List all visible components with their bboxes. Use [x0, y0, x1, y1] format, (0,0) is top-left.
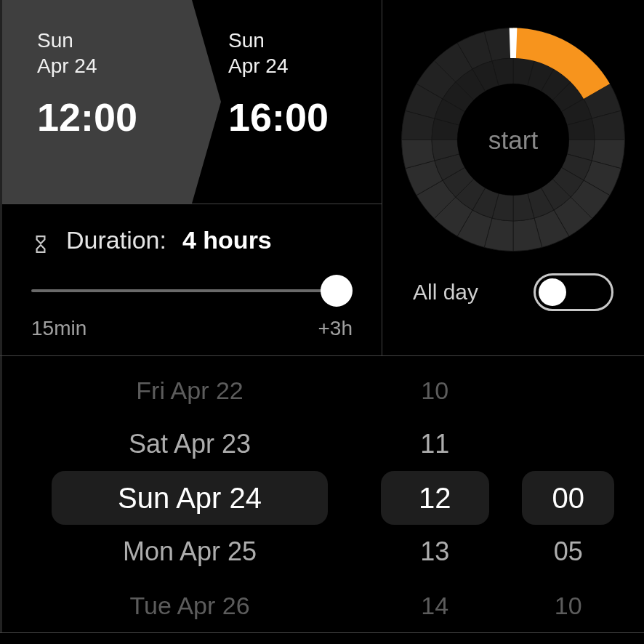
slider-max-label: +3h — [318, 317, 353, 340]
allday-label: All day — [413, 280, 478, 305]
slider-track — [31, 289, 353, 292]
picker-col-date[interactable]: Fri Apr 22Sat Apr 23Sun Apr 24Mon Apr 25… — [17, 363, 363, 632]
slider-thumb[interactable] — [321, 275, 353, 307]
toggle-knob — [539, 278, 566, 306]
picker-item[interactable]: 13 — [363, 525, 507, 579]
picker-item[interactable]: Fri Apr 22 — [17, 363, 363, 417]
picker-item[interactable]: 10 — [507, 579, 629, 632]
picker-item[interactable]: 12 — [381, 471, 489, 525]
picker-item[interactable] — [507, 363, 629, 417]
duration-slider[interactable] — [31, 278, 353, 304]
start-time: 12:00 — [37, 94, 192, 140]
start-time-block[interactable]: SunApr 24 12:00 — [2, 0, 192, 204]
clock-dial[interactable]: start — [397, 23, 629, 256]
datetime-picker[interactable]: Fri Apr 22Sat Apr 23Sun Apr 24Mon Apr 25… — [0, 356, 644, 632]
picker-col-minute[interactable]: 000510 — [507, 363, 629, 632]
end-time: 16:00 — [228, 94, 382, 140]
picker-item[interactable]: 05 — [507, 525, 629, 579]
picker-item[interactable]: Sun Apr 24 — [52, 471, 329, 525]
picker-item[interactable]: Sat Apr 23 — [17, 417, 363, 471]
end-day: SunApr 24 — [228, 28, 382, 79]
picker-item[interactable]: Mon Apr 25 — [17, 525, 363, 579]
duration-label: Duration: — [66, 226, 166, 254]
clock-center-label: start — [488, 126, 539, 154]
slider-min-label: 15min — [31, 317, 86, 340]
picker-item[interactable]: 14 — [363, 579, 507, 632]
picker-item[interactable] — [507, 417, 629, 471]
hourglass-icon — [31, 231, 50, 250]
picker-item[interactable]: 11 — [363, 417, 507, 471]
duration-value: 4 hours — [182, 226, 272, 254]
start-day: SunApr 24 — [37, 28, 192, 79]
picker-col-hour[interactable]: 1011121314 — [363, 363, 507, 632]
allday-toggle[interactable] — [534, 273, 613, 311]
picker-item[interactable]: 10 — [363, 363, 507, 417]
picker-item[interactable]: Tue Apr 26 — [17, 579, 363, 632]
picker-item[interactable]: 00 — [522, 471, 613, 525]
